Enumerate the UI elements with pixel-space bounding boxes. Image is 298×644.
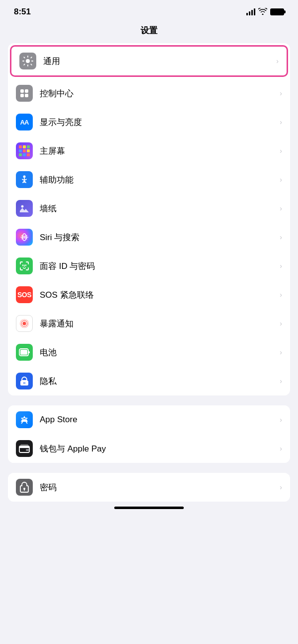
settings-item-home-screen[interactable]: 主屏幕 ›: [8, 136, 290, 165]
settings-item-control-center[interactable]: 控制中心 ›: [8, 79, 290, 108]
svg-point-7: [23, 322, 26, 325]
app-store-chevron: ›: [280, 416, 282, 424]
status-bar: 8:51: [0, 0, 298, 21]
battery-settings-icon: [16, 344, 33, 361]
accessibility-icon: [16, 171, 33, 188]
settings-item-siri[interactable]: Siri 与搜索 ›: [8, 223, 290, 252]
settings-item-face-id[interactable]: 面容 ID 与密码 ›: [8, 252, 290, 280]
passwords-icon: [16, 479, 33, 496]
svg-point-5: [21, 205, 24, 208]
settings-item-exposure[interactable]: 暴露通知 ›: [8, 309, 290, 338]
privacy-icon: [16, 373, 33, 389]
control-center-chevron: ›: [280, 89, 282, 97]
wallpaper-label: 墙纸: [40, 203, 276, 214]
settings-item-display[interactable]: AA 显示与亮度 ›: [8, 108, 290, 136]
grid-dots: [19, 145, 30, 156]
page-title: 设置: [0, 21, 298, 43]
display-icon: AA: [16, 114, 33, 130]
settings-item-accessibility[interactable]: 辅助功能 ›: [8, 165, 290, 194]
home-indicator: [114, 507, 184, 509]
wallet-chevron: ›: [280, 445, 282, 452]
accessibility-chevron: ›: [280, 176, 282, 184]
settings-item-app-store[interactable]: App Store ›: [8, 405, 290, 434]
home-screen-label: 主屏幕: [40, 145, 276, 157]
general-chevron: ›: [276, 57, 279, 65]
control-center-label: 控制中心: [40, 88, 276, 99]
settings-item-wallpaper[interactable]: 墙纸 ›: [8, 194, 290, 223]
accessibility-label: 辅助功能: [40, 174, 276, 186]
settings-item-battery[interactable]: 电池 ›: [8, 338, 290, 367]
wallet-icon: [16, 440, 33, 457]
siri-icon: [16, 229, 33, 246]
sos-chevron: ›: [280, 291, 282, 299]
status-time: 8:51: [14, 7, 31, 17]
wifi-icon: [258, 8, 267, 16]
settings-item-sos[interactable]: SOS SOS 紧急联络 ›: [8, 280, 290, 309]
wallpaper-chevron: ›: [280, 204, 282, 212]
app-store-label: App Store: [40, 415, 276, 425]
svg-rect-16: [19, 446, 29, 448]
settings-item-general[interactable]: 通用 ›: [10, 45, 288, 77]
settings-item-passwords[interactable]: 密码 ›: [8, 473, 290, 502]
svg-rect-3: [25, 94, 28, 97]
battery-icon: [270, 8, 284, 15]
privacy-chevron: ›: [280, 377, 282, 385]
settings-section-2: App Store › 钱包与 Apple Pay ›: [8, 405, 290, 463]
siri-label: Siri 与搜索: [40, 232, 276, 243]
svg-rect-1: [25, 89, 28, 93]
svg-rect-12: [29, 351, 30, 353]
svg-rect-11: [20, 350, 27, 355]
settings-item-wallet[interactable]: 钱包与 Apple Pay ›: [8, 434, 290, 463]
siri-chevron: ›: [280, 233, 282, 241]
home-screen-chevron: ›: [280, 147, 282, 155]
svg-rect-17: [26, 449, 29, 451]
general-icon: [19, 53, 36, 69]
home-screen-icon: [16, 142, 33, 159]
svg-rect-0: [20, 89, 24, 93]
sos-icon: SOS: [16, 286, 33, 303]
general-label: 通用: [43, 56, 272, 67]
face-id-icon: [16, 258, 33, 274]
battery-chevron: ›: [280, 348, 282, 356]
exposure-icon: [16, 315, 33, 332]
privacy-label: 隐私: [40, 376, 276, 387]
wallet-label: 钱包与 Apple Pay: [40, 443, 276, 454]
display-chevron: ›: [280, 118, 282, 126]
control-center-icon: [16, 85, 33, 102]
face-id-chevron: ›: [280, 262, 282, 270]
settings-section-1: 通用 › 控制中心 › AA 显示与亮度 ›: [8, 43, 290, 395]
passwords-chevron: ›: [280, 483, 282, 491]
status-icons: [246, 8, 284, 16]
settings-section-3: 密码 ›: [8, 473, 290, 502]
settings-item-privacy[interactable]: 隐私 ›: [8, 367, 290, 395]
wallpaper-icon: [16, 200, 33, 217]
exposure-chevron: ›: [280, 320, 282, 327]
svg-point-4: [23, 176, 26, 178]
app-store-icon: [16, 411, 33, 428]
exposure-label: 暴露通知: [40, 318, 276, 329]
signal-icon: [246, 8, 255, 15]
sos-label: SOS 紧急联络: [40, 289, 276, 301]
battery-label: 电池: [40, 347, 276, 358]
svg-rect-2: [20, 94, 24, 97]
passwords-label: 密码: [40, 482, 276, 493]
face-id-label: 面容 ID 与密码: [40, 260, 276, 272]
display-label: 显示与亮度: [40, 117, 276, 128]
